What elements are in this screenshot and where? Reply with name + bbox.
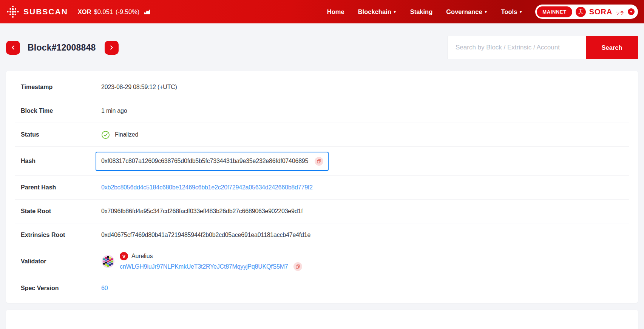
ticker-change: (-9.50%) <box>116 8 139 15</box>
detail-row-block-time: Block Time 1 min ago <box>15 99 629 123</box>
ticker-symbol: XOR <box>78 8 91 15</box>
validator-name: Aurelius <box>131 253 153 260</box>
mainnet-badge[interactable]: MAINNET <box>537 6 572 17</box>
main-nav: Home Blockchain ▼ Staking Governance ▼ T… <box>327 8 522 15</box>
page-title: Block#12008848 <box>28 43 96 53</box>
copy-validator-address-button[interactable] <box>293 262 302 271</box>
copy-hash-button[interactable] <box>315 157 323 166</box>
nav-item-home[interactable]: Home <box>327 8 344 15</box>
next-block-button[interactable] <box>105 41 119 55</box>
row-label: State Root <box>15 208 101 215</box>
search-button[interactable]: Search <box>586 36 638 59</box>
chevron-down-icon: ▼ <box>393 11 397 14</box>
detail-row-extrinsics-root: Extrinsics Root 0xd40675cf7469d80b41a721… <box>15 223 629 247</box>
row-label: Status <box>15 131 101 138</box>
detail-row-spec-version: Spec Version 60 <box>15 276 629 300</box>
validator-address-link[interactable]: cnWLGH9iuJr97NLPKmkUeT3t2RYeJCt87MqyyjPq… <box>120 263 288 270</box>
subscan-logo[interactable]: SUBSCAN <box>6 5 68 18</box>
search-input[interactable] <box>448 36 586 59</box>
state-root-value: 0x7096fb86fd4a95c347cd268facff033eff483b… <box>101 208 303 215</box>
parent-hash-link[interactable]: 0xb2bc8056dd4c5184c680be12469c6bb1e2c20f… <box>101 184 313 191</box>
copy-icon <box>296 264 300 269</box>
detail-row-state-root: State Root 0x7096fb86fd4a95c347cd268facf… <box>15 200 629 223</box>
network-selector[interactable]: MAINNET 天 SORA ソラ ▼ <box>535 5 638 19</box>
chevron-right-icon <box>108 44 115 51</box>
timestamp-value: 2023-08-29 08:59:12 (+UTC) <box>101 84 177 91</box>
validator-identicon <box>101 255 115 268</box>
hash-highlight-box: 0xf08317c807a12609c638765d0fdb5b5fc73344… <box>96 152 329 171</box>
row-label: Block Time <box>15 108 101 114</box>
hash-value: 0xf08317c807a12609c638765d0fdb5b5fc73344… <box>101 158 308 164</box>
status-value: Finalized <box>115 131 138 138</box>
price-ticker[interactable]: XOR $0.051 (-9.50%) <box>78 8 151 15</box>
finalized-check-icon <box>101 131 110 139</box>
detail-row-validator: Validator <box>15 247 629 276</box>
price-chart-icon <box>144 9 150 15</box>
page-head: Block#12008848 Search <box>6 36 638 59</box>
row-label: Timestamp <box>15 84 101 91</box>
nav-item-governance[interactable]: Governance ▼ <box>446 8 487 15</box>
row-label: Spec Version <box>15 285 101 292</box>
spec-version-link[interactable]: 60 <box>101 285 108 292</box>
row-label: Hash <box>15 158 101 164</box>
subscan-logo-text: SUBSCAN <box>23 7 68 16</box>
network-name-native: ソラ <box>616 10 624 16</box>
extrinsics-root-value: 0xd40675cf7469d80b41a7219485944f2b0b2cd0… <box>101 232 310 238</box>
row-label: Extrinsics Root <box>15 232 101 238</box>
nav-item-tools[interactable]: Tools ▼ <box>501 8 523 15</box>
network-chevron-down-icon: ▼ <box>628 8 635 15</box>
prev-block-button[interactable] <box>6 41 20 55</box>
validator-badge: V <box>120 252 128 260</box>
row-label: Validator <box>15 258 101 265</box>
block-details-card: Timestamp 2023-08-29 08:59:12 (+UTC) Blo… <box>6 71 638 303</box>
nav-item-staking[interactable]: Staking <box>410 8 433 15</box>
detail-row-parent-hash: Parent Hash 0xb2bc8056dd4c5184c680be1246… <box>15 176 629 200</box>
chevron-down-icon: ▼ <box>519 11 522 14</box>
row-label: Parent Hash <box>15 184 101 191</box>
copy-icon <box>317 159 321 163</box>
next-section-card <box>6 310 638 329</box>
subscan-logo-icon <box>6 5 20 18</box>
network-name: SORA <box>589 8 613 16</box>
search-bar: Search <box>448 36 638 59</box>
detail-row-timestamp: Timestamp 2023-08-29 08:59:12 (+UTC) <box>15 75 629 99</box>
block-time-value: 1 min ago <box>101 108 127 114</box>
top-navbar: SUBSCAN XOR $0.051 (-9.50%) Home Blockch… <box>0 0 644 23</box>
ticker-price: $0.051 <box>94 8 113 15</box>
nav-item-blockchain[interactable]: Blockchain ▼ <box>358 8 397 15</box>
chevron-left-icon <box>10 44 17 51</box>
chevron-down-icon: ▼ <box>484 11 488 14</box>
detail-row-hash: Hash 0xf08317c807a12609c638765d0fdb5b5fc… <box>15 147 629 176</box>
sora-logo-icon: 天 <box>576 7 586 17</box>
detail-row-status: Status Finalized <box>15 123 629 147</box>
